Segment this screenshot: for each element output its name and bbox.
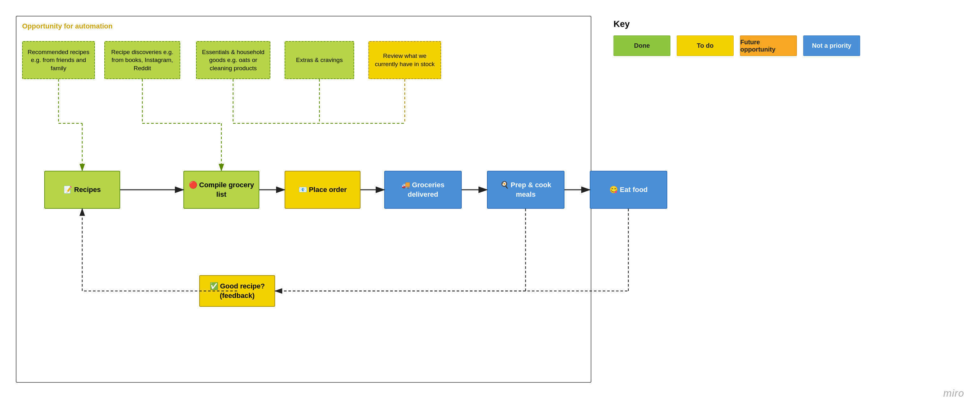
key-notpriority: Not a priority: [803, 35, 860, 56]
process-box-place-order: 📧 Place order: [285, 171, 361, 209]
key-items: Done To do Future opportunity Not a prio…: [614, 35, 860, 56]
process-box-compile: 🔴 Compile grocery list: [183, 171, 259, 209]
process-box-recipes: 📝 Recipes: [44, 171, 120, 209]
input-box-essentials: Essentials & household goods e.g. oats o…: [196, 41, 270, 79]
key-todo: To do: [677, 35, 733, 56]
key-title: Key: [614, 19, 860, 29]
key-future: Future opportunity: [740, 35, 797, 56]
key-done: Done: [614, 35, 670, 56]
key-section: Key Done To do Future opportunity Not a …: [614, 19, 860, 56]
process-box-groceries: 🚚 Groceries delivered: [384, 171, 462, 209]
automation-label: Opportunity for automation: [22, 22, 113, 30]
miro-label: miro: [943, 387, 964, 399]
process-box-feedback: ✅ Good recipe? (feedback): [199, 275, 275, 307]
input-box-recommended: Recommended recipes e.g. from friends an…: [22, 41, 95, 79]
process-box-eat: 😋 Eat food: [590, 171, 667, 209]
input-box-extras: Extras & cravings: [285, 41, 354, 79]
input-box-review: Review what we currently have in stock: [368, 41, 441, 79]
input-box-discoveries: Recipe discoveries e.g. from books, Inst…: [104, 41, 180, 79]
process-box-prep: 🍳 Prep & cook meals: [487, 171, 565, 209]
